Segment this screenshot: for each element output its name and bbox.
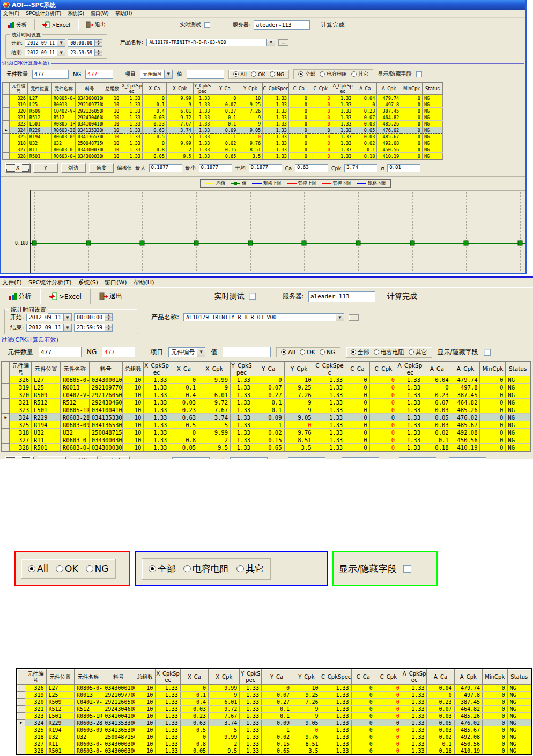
table-row[interactable]: 318U32U322500487150101.3309.991.330.029.… bbox=[3, 140, 443, 146]
menu-item[interactable]: 帮助(H) bbox=[115, 10, 132, 17]
menu-item[interactable]: 窗口(W) bbox=[105, 278, 127, 287]
column-header-X_Cpk[interactable]: X_Cpk bbox=[166, 83, 193, 95]
radio-全部[interactable]: 全部 bbox=[351, 348, 369, 356]
column-header-X_Ca[interactable]: X_Ca bbox=[180, 670, 208, 685]
realtime-checkbox[interactable] bbox=[249, 293, 256, 300]
angle-button[interactable]: 角度 bbox=[89, 163, 114, 173]
column-header-A_Ca[interactable]: A_Ca bbox=[427, 670, 454, 685]
table-row[interactable]: 318U32U322500487150101.3309.991.330.029.… bbox=[2, 429, 530, 436]
column-header-MinCpk[interactable]: MinCpk bbox=[480, 362, 506, 376]
column-header-Y_CpkSpec[interactable]: Y_CpkSpec bbox=[193, 83, 212, 95]
table-row[interactable]: 327R11R0603-0-V0343000300101.330.821.330… bbox=[3, 146, 443, 153]
menu-item[interactable]: SPC统计分析(T) bbox=[28, 278, 72, 287]
radio-OK[interactable]: OK bbox=[300, 349, 315, 356]
column-header-A_Cpk[interactable]: A_Cpk bbox=[451, 362, 480, 376]
menu-item[interactable]: 文件(F) bbox=[2, 278, 22, 287]
item-combo[interactable]: 元件编号▼ bbox=[168, 347, 205, 357]
spinner-icon[interactable]: ▲▼ bbox=[105, 324, 112, 331]
spinner-icon[interactable]: ▲▼ bbox=[94, 40, 102, 46]
column-header-Y_Ca[interactable]: Y_Ca bbox=[212, 83, 238, 95]
table-row[interactable]: 328R501R0603-0-V0343000300101.330.059.51… bbox=[2, 444, 530, 451]
radio-All[interactable]: All bbox=[281, 349, 295, 356]
analyze-button[interactable]: 分析 bbox=[4, 20, 30, 30]
column-header-X_Ca[interactable]: X_Ca bbox=[143, 83, 167, 95]
column-header-元件名称[interactable]: 元件名称 bbox=[74, 670, 102, 685]
radio-其它[interactable]: 其它 bbox=[351, 71, 368, 78]
product-combo[interactable]: AL10179-TRINITY-R-B-R-03-V00▼ bbox=[183, 313, 344, 321]
hypotenuse-button[interactable]: 斜边 bbox=[70, 456, 98, 459]
radio-All[interactable]: All bbox=[233, 71, 247, 77]
end-date-picker[interactable]: 2012-09-11▼ bbox=[25, 49, 65, 56]
column-header-元件编号[interactable]: 元件编号 bbox=[10, 362, 32, 376]
column-header-Y_Ca[interactable]: Y_Ca bbox=[253, 362, 284, 376]
table-row[interactable]: 327R11R0603-0-V0343000300101.330.821.330… bbox=[2, 436, 530, 444]
column-header-元件编号[interactable]: 元件编号 bbox=[25, 670, 46, 685]
value-input[interactable] bbox=[187, 70, 224, 79]
column-header-元件位置[interactable]: 元件位置 bbox=[46, 670, 74, 685]
table-row[interactable]: 318U32U322500487150101.3309.991.330.029.… bbox=[18, 733, 531, 740]
column-header-元件名称[interactable]: 元件名称 bbox=[51, 83, 76, 95]
show-hide-fields-checkbox[interactable] bbox=[403, 565, 411, 573]
column-header-X_CpkSpec[interactable]: X_CpkSpec bbox=[144, 362, 169, 376]
column-header-C_Cpk[interactable]: C_Cpk bbox=[375, 670, 402, 685]
column-header-元件位置[interactable]: 元件位置 bbox=[27, 83, 51, 95]
column-header-Y_Cpk[interactable]: Y_Cpk bbox=[284, 362, 314, 376]
table-row[interactable]: 319L25R00132921097708101.330.191.330.079… bbox=[3, 101, 443, 108]
spinner-icon[interactable]: ▲▼ bbox=[105, 314, 112, 321]
radio-电容电阻[interactable]: 电容电阻 bbox=[374, 348, 404, 356]
chevron-down-icon[interactable]: ▼ bbox=[57, 40, 65, 46]
radio-电容电阻[interactable]: 电容电阻 bbox=[320, 71, 347, 78]
radio-All[interactable]: All bbox=[28, 563, 48, 574]
browse-button[interactable]: ... bbox=[349, 314, 359, 321]
table-row[interactable]: ▶324R229R0603-28c-0341353300101.330.633.… bbox=[3, 127, 443, 134]
column-header-A_Cpk[interactable]: A_Cpk bbox=[454, 670, 482, 685]
chevron-down-icon[interactable]: ▼ bbox=[63, 324, 71, 331]
column-header-Status[interactable]: Status bbox=[422, 83, 442, 95]
column-header-C_CpkSpec[interactable]: C_CpkSpec bbox=[314, 362, 345, 376]
column-header-A_CpkSpec[interactable]: A_CpkSpec bbox=[332, 83, 353, 95]
menu-item[interactable]: SPC统计分析(T) bbox=[26, 10, 61, 17]
radio-电容电阻[interactable]: 电容电阻 bbox=[183, 563, 229, 575]
table-row[interactable]: 323L501R0805-1R000341004100101.330.237.6… bbox=[2, 406, 530, 414]
start-time-spinner[interactable]: 00:00:00▲▼ bbox=[74, 313, 113, 321]
table-row[interactable]: 319L25R00132921097708101.330.191.330.079… bbox=[2, 384, 530, 391]
chevron-down-icon[interactable]: ▼ bbox=[336, 314, 344, 321]
exit-button[interactable]: 退出 bbox=[83, 20, 109, 30]
table-row[interactable]: ▶324R229R0603-28c-0341353300101.330.633.… bbox=[2, 414, 530, 421]
show-hide-fields-checkbox[interactable] bbox=[484, 349, 491, 356]
column-header-A_Ca[interactable]: A_Ca bbox=[423, 362, 451, 376]
y-button[interactable]: Y bbox=[33, 163, 58, 173]
column-header-元件编号[interactable]: 元件编号 bbox=[9, 83, 27, 95]
radio-OK[interactable]: OK bbox=[56, 563, 78, 574]
radio-OK[interactable]: OK bbox=[251, 71, 265, 77]
radio-NG[interactable]: NG bbox=[320, 349, 336, 356]
radio-NG[interactable]: NG bbox=[86, 563, 109, 574]
exit-button[interactable]: 退出 bbox=[96, 291, 125, 302]
item-combo[interactable]: 元件编号▼ bbox=[140, 70, 173, 79]
column-header-X_CpkSpec[interactable]: X_CpkSpec bbox=[121, 83, 143, 95]
column-header-C_Ca[interactable]: C_Ca bbox=[288, 83, 309, 95]
product-combo[interactable]: AL10179-TRINITY-R-B-R-03-V00▼ bbox=[146, 39, 275, 46]
column-header-C_Ca[interactable]: C_Ca bbox=[351, 670, 375, 685]
chevron-down-icon[interactable]: ▼ bbox=[197, 348, 205, 357]
column-header-总组数[interactable]: 总组数 bbox=[135, 670, 155, 685]
column-header-A_Cpk[interactable]: A_Cpk bbox=[377, 83, 401, 95]
column-header-Y_Cpk[interactable]: Y_Cpk bbox=[292, 670, 321, 685]
table-row[interactable]: ▶324R229R0603-28c-0341353300101.330.633.… bbox=[18, 720, 531, 726]
value-input[interactable] bbox=[223, 347, 271, 357]
table-row[interactable]: 320R509C0402-V-032921260508101.330.46.01… bbox=[3, 108, 443, 114]
table-row[interactable]: 326L27R0805-0-V0343000100101.3309.991.33… bbox=[18, 685, 531, 692]
table-row[interactable]: 325R194R0603-09C-0341365300101.330.551.3… bbox=[18, 726, 531, 733]
browse-button[interactable]: ... bbox=[278, 39, 288, 46]
menu-item[interactable]: 帮助(H) bbox=[134, 278, 154, 287]
end-time-spinner[interactable]: 23:59:59▲▼ bbox=[74, 324, 113, 332]
x-button[interactable]: X bbox=[5, 456, 33, 459]
server-input[interactable] bbox=[254, 20, 310, 30]
spinner-icon[interactable]: ▲▼ bbox=[94, 49, 102, 56]
column-header-元件位置[interactable]: 元件位置 bbox=[32, 362, 61, 376]
table-row[interactable]: 328R501R0603-0-V0343000300101.330.059.51… bbox=[18, 747, 531, 754]
component-count-input[interactable] bbox=[32, 70, 69, 79]
realtime-checkbox[interactable] bbox=[204, 22, 210, 28]
column-header-MinCpk[interactable]: MinCpk bbox=[483, 670, 508, 685]
menu-item[interactable]: 窗口(W) bbox=[91, 10, 109, 17]
